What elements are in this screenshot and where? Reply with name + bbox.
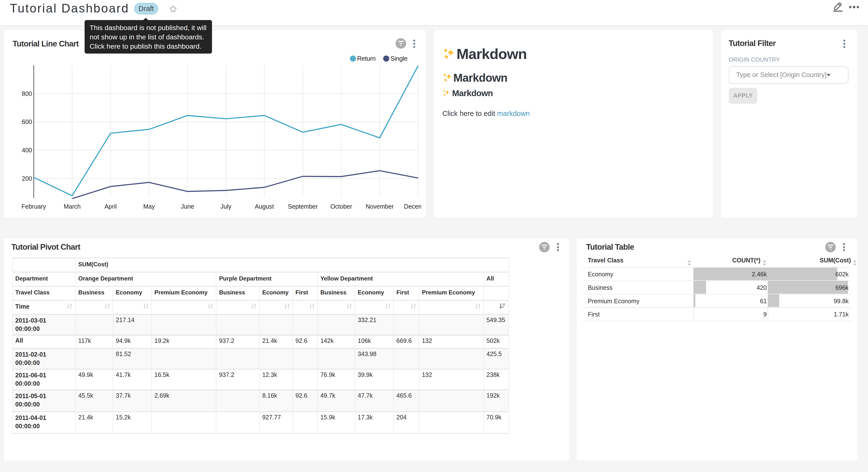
svg-text:October: October — [330, 203, 352, 210]
svg-text:November: November — [366, 203, 394, 210]
svg-text:800: 800 — [22, 90, 32, 97]
svg-text:September: September — [288, 203, 318, 210]
svg-text:April: April — [104, 203, 117, 210]
svg-text:600: 600 — [22, 118, 32, 125]
svg-text:June: June — [181, 203, 194, 210]
svg-text:February: February — [22, 203, 46, 210]
svg-text:400: 400 — [22, 147, 32, 154]
svg-text:200: 200 — [22, 175, 32, 182]
svg-text:May: May — [143, 203, 155, 210]
svg-text:July: July — [221, 203, 231, 210]
svg-text:August: August — [255, 203, 274, 210]
svg-text:December: December — [404, 203, 421, 210]
svg-text:March: March — [64, 203, 81, 210]
